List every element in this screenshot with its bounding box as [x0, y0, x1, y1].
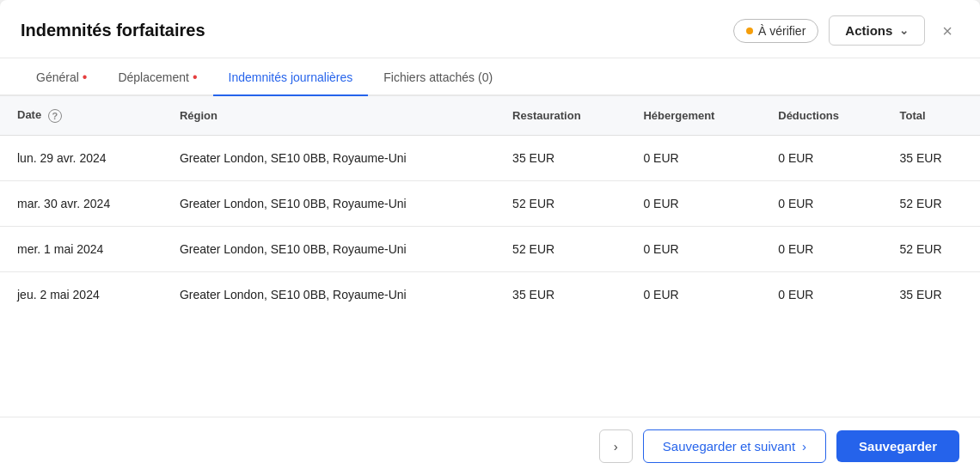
cell-total: 52 EUR: [882, 226, 980, 271]
tab-deplacement-required: •: [193, 70, 198, 84]
table-container: Date ? Région Restauration Hébergement D…: [0, 96, 980, 417]
col-deductions: Déductions: [761, 96, 882, 135]
status-dot-icon: [746, 27, 753, 34]
modal-footer: › Sauvegarder et suivant › Sauvegarder: [0, 417, 980, 475]
modal-title: Indemnités forfaitaires: [21, 21, 205, 40]
tab-indemnites[interactable]: Indemnités journalières: [213, 58, 369, 96]
cell-total: 35 EUR: [882, 271, 980, 317]
cell-deductions: 0 EUR: [761, 226, 882, 271]
save-next-label: Sauvegarder et suivant: [663, 439, 795, 454]
save-next-button[interactable]: Sauvegarder et suivant ›: [643, 429, 826, 463]
cell-restauration: 52 EUR: [495, 180, 626, 226]
modal-header: Indemnités forfaitaires À vérifier Actio…: [0, 0, 980, 58]
cell-deductions: 0 EUR: [761, 135, 882, 180]
tab-deplacement-label: Déplacement: [118, 70, 189, 84]
cell-restauration: 35 EUR: [495, 135, 626, 180]
table-row: lun. 29 avr. 2024Greater London, SE10 0B…: [0, 135, 980, 180]
modal-container: Indemnités forfaitaires À vérifier Actio…: [0, 0, 980, 475]
indemnites-table: Date ? Région Restauration Hébergement D…: [0, 96, 980, 317]
tab-general-required: •: [83, 70, 88, 84]
actions-label: Actions: [845, 23, 892, 38]
cell-date: mer. 1 mai 2024: [0, 226, 162, 271]
tab-general-label: Général: [36, 70, 79, 84]
col-date: Date ?: [0, 96, 162, 135]
save-next-icon: ›: [802, 439, 806, 454]
cell-date: lun. 29 avr. 2024: [0, 135, 162, 180]
cell-region: Greater London, SE10 0BB, Royaume-Uni: [162, 180, 495, 226]
cell-region: Greater London, SE10 0BB, Royaume-Uni: [162, 226, 495, 271]
cell-deductions: 0 EUR: [761, 180, 882, 226]
tab-general[interactable]: Général •: [21, 58, 102, 96]
tab-bar: Général • Déplacement • Indemnités journ…: [0, 58, 980, 96]
cell-total: 52 EUR: [882, 180, 980, 226]
tab-deplacement[interactable]: Déplacement •: [102, 58, 212, 96]
status-badge: À vérifier: [733, 19, 818, 43]
table-body: lun. 29 avr. 2024Greater London, SE10 0B…: [0, 135, 980, 317]
col-hebergement: Hébergement: [626, 96, 761, 135]
close-button[interactable]: ×: [935, 19, 959, 43]
tab-fichiers-label: Fichiers attachés (0): [383, 70, 493, 84]
cell-hebergement: 0 EUR: [626, 226, 761, 271]
table-row: jeu. 2 mai 2024Greater London, SE10 0BB,…: [0, 271, 980, 317]
col-restauration: Restauration: [495, 96, 626, 135]
cell-total: 35 EUR: [882, 135, 980, 180]
col-total: Total: [882, 96, 980, 135]
cell-region: Greater London, SE10 0BB, Royaume-Uni: [162, 135, 495, 180]
date-help-icon[interactable]: ?: [48, 109, 62, 123]
cell-region: Greater London, SE10 0BB, Royaume-Uni: [162, 271, 495, 317]
chevron-down-icon: ⌄: [899, 24, 909, 37]
nav-icon: ›: [614, 439, 618, 454]
cell-restauration: 52 EUR: [495, 226, 626, 271]
cell-date: mar. 30 avr. 2024: [0, 180, 162, 226]
table-header-row: Date ? Région Restauration Hébergement D…: [0, 96, 980, 135]
status-label: À vérifier: [758, 24, 805, 38]
tab-indemnites-label: Indemnités journalières: [229, 70, 353, 84]
cell-restauration: 35 EUR: [495, 271, 626, 317]
header-right: À vérifier Actions ⌄ ×: [733, 15, 959, 46]
nav-button[interactable]: ›: [599, 429, 633, 463]
actions-button[interactable]: Actions ⌄: [829, 15, 925, 46]
tab-fichiers[interactable]: Fichiers attachés (0): [368, 58, 508, 96]
cell-hebergement: 0 EUR: [626, 180, 761, 226]
cell-deductions: 0 EUR: [761, 271, 882, 317]
cell-date: jeu. 2 mai 2024: [0, 271, 162, 317]
cell-hebergement: 0 EUR: [626, 271, 761, 317]
table-row: mer. 1 mai 2024Greater London, SE10 0BB,…: [0, 226, 980, 271]
cell-hebergement: 0 EUR: [626, 135, 761, 180]
col-region: Région: [162, 96, 495, 135]
table-row: mar. 30 avr. 2024Greater London, SE10 0B…: [0, 180, 980, 226]
save-button[interactable]: Sauvegarder: [836, 430, 959, 462]
